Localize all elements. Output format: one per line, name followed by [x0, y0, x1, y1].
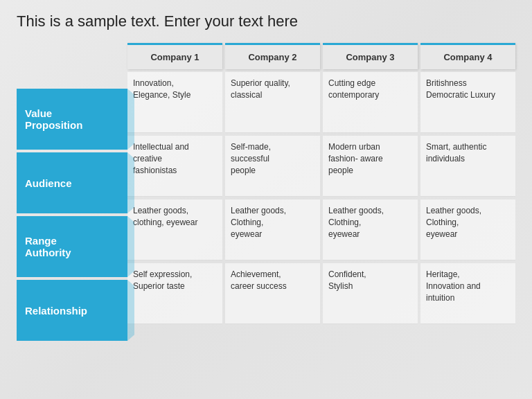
cell-r1-c4: Britishness Democratic Luxury: [420, 72, 515, 133]
row-labels: Value PropositionAudienceRange Authority…: [17, 89, 127, 344]
col-header-3: Company 3: [323, 43, 418, 69]
cell-r4-c1: Self expression, Superior taste: [127, 263, 222, 324]
col-header-1: Company 1: [127, 43, 222, 69]
data-row-3: Leather goods, clothing, eyewearLeather …: [127, 200, 515, 260]
cell-r3-c1: Leather goods, clothing, eyewear: [127, 200, 222, 260]
cell-r1-c3: Cutting edge contemporary: [323, 72, 418, 133]
header-row: Company 1Company 2Company 3Company 4: [127, 43, 515, 69]
cell-r1-c1: Innovation, Elegance, Style: [127, 72, 222, 133]
cell-r3-c2: Leather goods, Clothing, eyewear: [225, 200, 320, 260]
data-columns: Company 1Company 2Company 3Company 4 Inn…: [127, 43, 515, 344]
data-row-1: Innovation, Elegance, StyleSuperior qual…: [127, 72, 515, 133]
data-rows-container: Innovation, Elegance, StyleSuperior qual…: [127, 72, 515, 324]
cell-r2-c3: Modern urban fashion- aware people: [323, 136, 418, 197]
row-label-2: Audience: [17, 152, 127, 213]
cell-r1-c2: Superior quality, classical: [225, 72, 320, 133]
page-container: This is a sample text. Enter your text h…: [0, 0, 532, 351]
data-row-2: Intellectual and creative fashionistasSe…: [127, 136, 515, 197]
page-title: This is a sample text. Enter your text h…: [17, 12, 515, 30]
cell-r2-c1: Intellectual and creative fashionistas: [127, 136, 222, 197]
cell-r4-c4: Heritage, Innovation and intuition: [420, 263, 515, 324]
col-header-4: Company 4: [420, 43, 515, 69]
cell-r3-c3: Leather goods, Clothing, eyewear: [323, 200, 418, 260]
comparison-table: Value PropositionAudienceRange Authority…: [17, 43, 515, 344]
cell-r3-c4: Leather goods, Clothing, eyewear: [420, 200, 515, 260]
row-label-1: Value Proposition: [17, 89, 127, 150]
cell-r2-c4: Smart, authentic individuals: [420, 136, 515, 197]
cell-r4-c2: Achievement, career success: [225, 263, 320, 324]
col-header-2: Company 2: [225, 43, 320, 69]
row-label-3: Range Authority: [17, 216, 127, 277]
row-label-4: Relationship: [17, 280, 127, 341]
cell-r4-c3: Confident, Stylish: [323, 263, 418, 324]
cell-r2-c2: Self-made, successful people: [225, 136, 320, 197]
data-row-4: Self expression, Superior tasteAchieveme…: [127, 263, 515, 324]
